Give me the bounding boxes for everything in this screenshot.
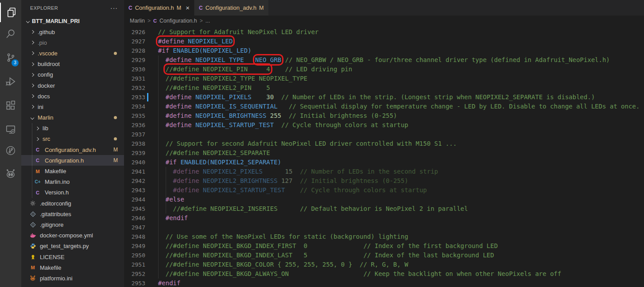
code-line[interactable]: 2951 //#define NEOPIXEL_BKGD_COLOR { 255… <box>124 260 644 269</box>
breadcrumb-file[interactable]: Configuration.h <box>159 18 197 24</box>
file-get-test-targets.py[interactable]: get_test_targets.py <box>21 241 124 252</box>
tree-item-label: Marlin.ino <box>45 178 70 185</box>
code-line[interactable]: 2943 #define NEOPIXEL2_STARTUP_TEST // C… <box>124 186 644 195</box>
code-line[interactable]: 2927 #define NEOPIXEL_LED <box>124 37 644 46</box>
explorer-more-actions[interactable]: ··· <box>110 4 118 12</box>
explorer-sidebar: EXPLORER ··· BTT_MARLIN_PRI .github.pio.… <box>21 0 124 287</box>
code-line[interactable]: 2947 <box>124 223 644 232</box>
code-text: #define NEOPIXEL2_BRIGHTNESS 127 // Init… <box>151 176 408 186</box>
folder-src[interactable]: src <box>21 134 124 144</box>
code-line[interactable]: 2931 //#define NEOPIXEL2_TYPE NEOPIXEL_T… <box>124 74 644 83</box>
extensions-icon[interactable] <box>0 96 21 115</box>
code-line[interactable]: 2934 #define NEOPIXEL_IS_SEQUENTIAL // S… <box>124 102 644 111</box>
folder-config[interactable]: config <box>21 70 124 80</box>
code-text: //#define NEOPIXEL2_SEPARATE <box>151 148 270 158</box>
ino-file-icon: C+ <box>34 179 41 184</box>
file-docker-compose.yml[interactable]: docker-compose.yml <box>21 230 124 241</box>
platformio-icon[interactable] <box>0 164 21 183</box>
chevron-right-icon <box>29 105 36 108</box>
line-number: 2926 <box>124 27 145 37</box>
folder-docker[interactable]: docker <box>21 80 124 91</box>
file-configuration-adv.h[interactable]: CConfiguration_adv.hM <box>21 144 124 155</box>
line-number: 2948 <box>124 232 145 241</box>
file-license[interactable]: LICENSE <box>21 252 124 262</box>
folder-docs[interactable]: docs <box>21 91 124 101</box>
code-line[interactable]: 2942 #define NEOPIXEL2_BRIGHTNESS 127 //… <box>124 176 644 186</box>
code-line[interactable]: 2926 // Support for Adafruit NeoPixel LE… <box>124 27 644 37</box>
line-number: 2946 <box>124 213 145 223</box>
line-number: 2935 <box>124 111 145 120</box>
folder-.vscode[interactable]: .vscode <box>21 48 124 58</box>
folder-ini[interactable]: ini <box>21 101 124 112</box>
breadcrumb: Marlin > C Configuration.h > ... <box>124 16 644 26</box>
code-line[interactable]: 2941 #define NEOPIXEL2_PIXELS 15 // Numb… <box>124 167 644 176</box>
folder-.github[interactable]: .github <box>21 27 124 37</box>
code-line[interactable]: 2952 //#define NEOPIXEL_BKGD_ALWAYS_ON /… <box>124 269 644 279</box>
code-line[interactable]: 2932 //#define NEOPIXEL2_PIN 5 <box>124 83 644 93</box>
code-line[interactable]: 2940 #if ENABLED(NEOPIXEL2_SEPARATE) <box>124 158 644 167</box>
code-line[interactable]: 2930 //#define NEOPIXEL_PIN 4 // LED dri… <box>124 65 644 74</box>
breadcrumb-folder[interactable]: Marlin <box>130 18 145 24</box>
code-line[interactable]: 2935 #define NEOPIXEL_BRIGHTNESS 255 // … <box>124 111 644 120</box>
line-number: 2952 <box>124 269 145 279</box>
search-icon[interactable] <box>0 24 21 43</box>
code-line[interactable]: 2948 // Use some of the NeoPixel LEDs fo… <box>124 232 644 241</box>
chevron-right-icon <box>29 41 36 44</box>
tree-item-label: .editorconfig <box>40 200 71 207</box>
line-number: 2951 <box>124 260 145 269</box>
tree-item-label: lib <box>43 125 48 132</box>
tab-configuration-h[interactable]: C Configuration.h M × <box>124 0 194 16</box>
code-editor[interactable]: 2926 // Support for Adafruit NeoPixel LE… <box>124 26 644 287</box>
activity-bar: 3 <box>0 0 21 287</box>
code-line[interactable]: 2950 //#define NEOPIXEL_BKGD_INDEX_LAST … <box>124 251 644 260</box>
workspace-root[interactable]: BTT_MARLIN_PRI <box>21 16 124 27</box>
file-platformio.ini[interactable]: platformio.ini <box>21 273 124 283</box>
file-makefile[interactable]: MMakefile <box>21 166 124 176</box>
line-number: 2939 <box>124 148 145 158</box>
line-number: 2938 <box>124 139 145 148</box>
source-control-icon[interactable]: 3 <box>0 48 21 67</box>
code-line[interactable]: 2938 // Support for second Adafruit NeoP… <box>124 139 644 148</box>
code-line[interactable]: 2928 #if ENABLED(NEOPIXEL_LED) <box>124 46 644 55</box>
code-line[interactable]: 2933 #define NEOPIXEL_PIXELS 30 // Numbe… <box>124 93 644 102</box>
code-text: // Support for Adafruit NeoPixel LED dri… <box>151 27 318 37</box>
code-line[interactable]: 2946 #endif <box>124 213 644 223</box>
close-icon[interactable]: × <box>186 4 190 12</box>
file-.gitignore[interactable]: .gitignore <box>21 219 124 230</box>
file-.gitattributes[interactable]: .gitattributes <box>21 209 124 219</box>
code-line[interactable]: 2944 #else <box>124 195 644 204</box>
code-text: #if ENABLED(NEOPIXEL2_SEPARATE) <box>151 158 281 167</box>
code-line[interactable]: 2937 <box>124 130 644 139</box>
file-version.h[interactable]: CVersion.h <box>21 187 124 198</box>
chevron-right-icon <box>29 31 36 33</box>
folder-buildroot[interactable]: buildroot <box>21 59 124 70</box>
code-line[interactable]: 2939 //#define NEOPIXEL2_SEPARATE <box>124 148 644 158</box>
folder-.pio[interactable]: .pio <box>21 37 124 48</box>
run-debug-icon[interactable] <box>0 72 21 91</box>
explorer-icon[interactable] <box>0 3 22 22</box>
code-text: //#define NEOPIXEL_BKGD_ALWAYS_ON // Kee… <box>151 269 561 279</box>
file-makefile[interactable]: MMakefile <box>21 262 124 273</box>
line-number: 2950 <box>124 251 145 260</box>
code-line[interactable]: 2936 #define NEOPIXEL_STARTUP_TEST // Cy… <box>124 120 644 130</box>
file-marlin.ino[interactable]: C+Marlin.ino <box>21 177 124 187</box>
code-text: #define NEOPIXEL_TYPE NEO_GRB // NEO_GRB… <box>151 55 610 65</box>
folder-lib[interactable]: lib <box>21 123 124 134</box>
code-line[interactable]: 2953 #endif <box>124 279 644 287</box>
gitlens-icon[interactable] <box>0 141 21 160</box>
m-file-icon: M <box>29 265 36 270</box>
gear-file-icon <box>29 200 36 206</box>
breadcrumb-more[interactable]: ... <box>206 18 210 24</box>
folder-marlin[interactable]: Marlin <box>21 112 124 123</box>
file-configuration.h[interactable]: CConfiguration.hM <box>21 155 124 166</box>
chevron-right-icon <box>29 63 36 66</box>
code-line[interactable]: 2929 #define NEOPIXEL_TYPE NEO_GRB // NE… <box>124 55 644 65</box>
tree-item-label: docs <box>38 93 50 100</box>
code-line[interactable]: 2949 //#define NEOPIXEL_BKGD_INDEX_FIRST… <box>124 241 644 251</box>
tree-item-label: .gitignore <box>40 221 63 228</box>
file-.editorconfig[interactable]: .editorconfig <box>21 198 124 209</box>
remote-explorer-icon[interactable] <box>0 120 21 139</box>
tab-configuration-adv-h[interactable]: C Configuration_adv.h M <box>194 0 269 16</box>
code-line[interactable]: 2945 //#define NEOPIXEL2_INSERIES // Def… <box>124 204 644 213</box>
tree-item-label: Version.h <box>45 189 69 196</box>
